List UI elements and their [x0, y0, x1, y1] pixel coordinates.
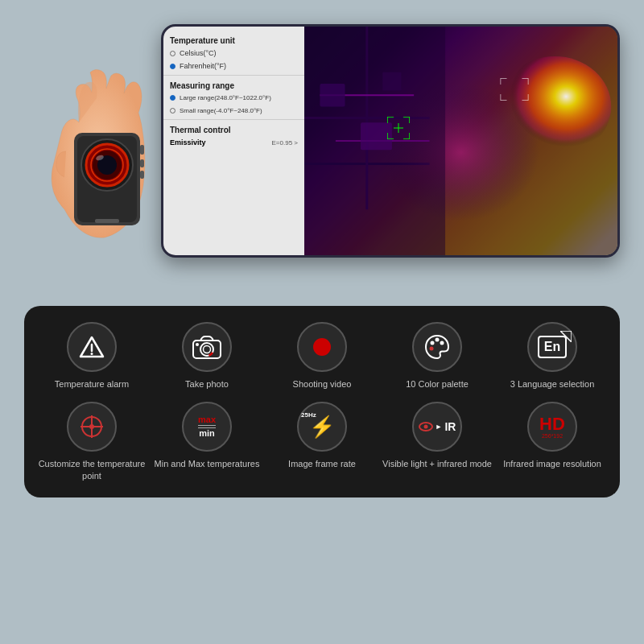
svg-point-33: [204, 346, 211, 353]
feature-color-palette: 10 Color palette: [382, 322, 493, 390]
svg-point-39: [430, 347, 434, 351]
crosshair-icon: [80, 415, 104, 439]
temp-alarm-icon-circle: [67, 322, 117, 372]
fold-icon: [560, 331, 572, 342]
en-icon-wrapper: En: [538, 336, 567, 358]
max-min-label: Min and Max temperatures: [155, 458, 260, 469]
feature-ir-mode: ► IR Visible light + infrared mode: [382, 402, 493, 481]
thermal-overlay: [304, 27, 617, 255]
features-panel: Temperature alarm: [24, 306, 620, 497]
white-bracket: [500, 78, 528, 104]
svg-rect-11: [140, 159, 144, 167]
phone-display: Temperature unit Celsius(°C) Fahrenheit(…: [161, 24, 620, 258]
shoot-video-icon-circle: [297, 322, 347, 372]
svg-rect-13: [95, 219, 119, 223]
en-text: En: [544, 340, 560, 353]
svg-rect-25: [382, 72, 401, 91]
top-section: Temperature unit Celsius(°C) Fahrenheit(…: [8, 16, 636, 290]
hand-device-group: [32, 64, 177, 293]
temp-alarm-label: Temperature alarm: [55, 378, 129, 390]
divider-2: [163, 119, 304, 120]
svg-point-30: [91, 353, 93, 355]
eye-pupil: [423, 425, 427, 429]
hd-icon-group: HD 256*192: [539, 415, 565, 439]
celsius-option[interactable]: Celsius(°C): [163, 47, 304, 60]
hand-svg: [32, 64, 177, 290]
frame-rate-label: Image frame rate: [288, 458, 356, 469]
settings-panel: Temperature unit Celsius(°C) Fahrenheit(…: [163, 27, 304, 255]
svg-point-38: [440, 341, 444, 345]
crosshair-bracket: [387, 117, 410, 142]
max-min-icon-circle: max min: [182, 402, 232, 452]
hd-res-label: Infrared image resolution: [503, 458, 601, 469]
feature-shoot-video: Shooting video: [266, 322, 378, 390]
shoot-video-label: Shooting video: [293, 378, 352, 390]
res-label: 256*192: [539, 433, 565, 439]
feature-hd-res: HD 256*192 Infrared image resolution: [497, 402, 608, 481]
frame-rate-icon-wrapper: ⚡ 25Hz: [309, 415, 335, 440]
record-icon: [313, 338, 331, 356]
feature-language: En 3 Language selection: [497, 322, 608, 390]
divider-1: [163, 75, 304, 76]
ir-icon-group: ► IR: [419, 420, 456, 433]
range2-option[interactable]: Small range(-4.0°F~248.0°F): [163, 105, 304, 118]
thermal-camera-view: [304, 27, 617, 255]
svg-point-34: [196, 343, 199, 346]
palette-icon: [423, 333, 451, 361]
temp-unit-title: Temperature unit: [163, 33, 304, 47]
hd-label: HD: [539, 415, 565, 433]
ir-text: IR: [444, 420, 456, 433]
language-icon-circle: En: [527, 322, 577, 372]
language-label: 3 Language selection: [510, 378, 595, 390]
feature-temp-alarm: Temperature alarm: [36, 322, 147, 390]
ir-mode-label: Visible light + infrared mode: [382, 458, 492, 469]
feature-max-min: max min Min and Max temperatures: [151, 402, 262, 481]
measuring-range-title: Measuring range: [163, 78, 304, 92]
camera-icon: [192, 335, 221, 359]
take-photo-icon-circle: [182, 322, 232, 372]
temp-point-label: Customize the temperature point: [36, 458, 147, 481]
feature-frame-rate: ⚡ 25Hz Image frame rate: [266, 402, 378, 481]
temp-point-icon-circle: [67, 402, 117, 452]
celsius-radio: [170, 51, 175, 56]
arrow-separator: ►: [436, 423, 443, 431]
ir-mode-icon-circle: ► IR: [412, 402, 462, 452]
hd-res-icon-circle: HD 256*192: [527, 402, 577, 452]
feature-temp-point: Customize the temperature point: [36, 402, 147, 481]
warning-icon: [79, 334, 105, 360]
hz-label: 25Hz: [301, 411, 316, 419]
range1-option[interactable]: Large range(248.0°F~1022.0°F): [163, 92, 304, 105]
svg-point-36: [431, 341, 435, 345]
svg-point-37: [436, 338, 440, 342]
feature-take-photo: Take photo: [151, 322, 262, 390]
emissivity-row[interactable]: Emissivity E=0.95 >: [163, 136, 304, 149]
svg-rect-23: [320, 84, 345, 106]
svg-rect-12: [140, 171, 144, 179]
page-container: Temperature unit Celsius(°C) Fahrenheit(…: [8, 8, 636, 636]
maxmin-icon: max min: [198, 415, 216, 439]
fahrenheit-option[interactable]: Fahrenheit(°F): [163, 60, 304, 72]
svg-marker-40: [560, 331, 572, 342]
svg-rect-10: [140, 145, 144, 155]
eye-icon: [419, 422, 433, 431]
take-photo-label: Take photo: [185, 378, 229, 390]
color-palette-label: 10 Color palette: [406, 378, 469, 390]
circuit-svg: [304, 27, 617, 255]
thermal-control-title: Thermal control: [163, 122, 304, 136]
frame-rate-icon-circle: ⚡ 25Hz: [297, 402, 347, 452]
color-palette-icon-circle: [412, 322, 462, 372]
